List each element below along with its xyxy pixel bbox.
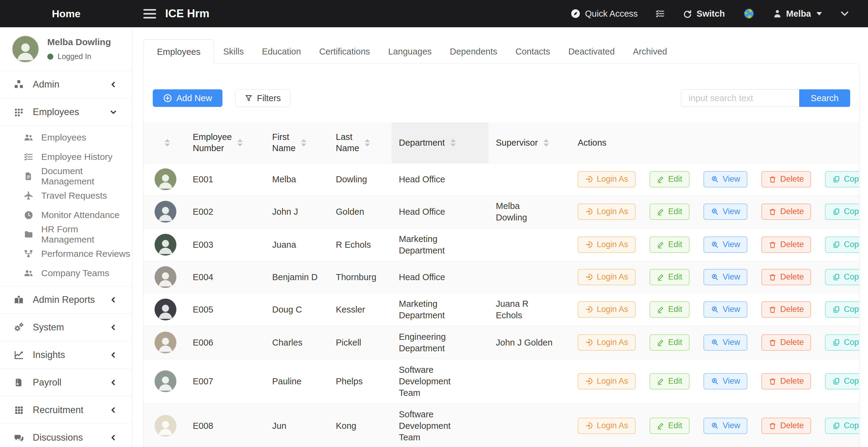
sidebar-subitem-travel-requests[interactable]: Travel Requests <box>0 186 132 205</box>
delete-button[interactable]: Delete <box>761 301 811 318</box>
copy-button[interactable]: Copy <box>825 418 860 434</box>
column-header-employee-number[interactable]: Employee Number <box>185 122 265 163</box>
copy-button[interactable]: Copy <box>825 334 860 351</box>
caret-down-icon <box>816 12 822 15</box>
copy-button[interactable]: Copy <box>825 301 860 318</box>
column-header-supervisor[interactable]: Supervisor <box>489 122 570 163</box>
copy-button[interactable]: Copy <box>825 204 860 220</box>
employee-avatar <box>155 168 176 190</box>
sidebar-item-system[interactable]: System <box>0 314 132 341</box>
sort-icon <box>544 139 549 146</box>
delete-button[interactable]: Delete <box>761 334 811 351</box>
edit-button[interactable]: Edit <box>650 418 690 434</box>
sidebar-subitem-performance-reviews[interactable]: Performance Reviews <box>0 244 132 264</box>
edit-button[interactable]: Edit <box>650 171 690 187</box>
hamburger-menu-icon[interactable] <box>143 9 156 19</box>
sidebar-subitem-document-management[interactable]: Document Management <box>0 167 132 186</box>
sidebar-subitem-hr-form-management[interactable]: HR Form Management <box>0 225 132 244</box>
navbar-collapse-button[interactable] <box>839 8 850 19</box>
sidebar-item-employees[interactable]: Employees <box>0 98 132 126</box>
edit-button[interactable]: Edit <box>650 269 690 285</box>
view-button[interactable]: View <box>704 301 747 318</box>
quick-access-button[interactable]: Quick Access <box>570 8 638 19</box>
login-icon <box>585 305 593 313</box>
view-button[interactable]: View <box>704 171 747 187</box>
edit-button[interactable]: Edit <box>650 237 690 253</box>
sidebar-subitem-monitor-attendance[interactable]: Monitor Attendance <box>0 205 132 225</box>
chevron-down-icon <box>107 108 120 116</box>
search-button[interactable]: Search <box>799 89 850 107</box>
nav-home-link[interactable]: Home <box>52 8 80 20</box>
language-globe-button[interactable] <box>743 7 755 20</box>
view-button[interactable]: View <box>704 373 747 389</box>
login-button[interactable]: Login As <box>578 301 636 318</box>
copy-button[interactable]: Copy <box>825 171 860 187</box>
view-button[interactable]: View <box>704 418 747 434</box>
tab-archived[interactable]: Archived <box>624 39 676 64</box>
edit-button[interactable]: Edit <box>650 334 690 351</box>
tab-languages[interactable]: Languages <box>379 39 441 64</box>
delete-button[interactable]: Delete <box>761 237 811 253</box>
submenu-employees: Employees Employee History Document Mana… <box>0 126 132 286</box>
tab-dependents[interactable]: Dependents <box>441 39 506 64</box>
sidebar-item-payroll[interactable]: Payroll <box>0 369 132 397</box>
app-title: ICE Hrm <box>165 7 210 20</box>
sidebar-item-discussions[interactable]: Discussions <box>0 424 132 447</box>
view-button[interactable]: View <box>704 237 747 253</box>
login-button[interactable]: Login As <box>578 171 636 187</box>
content-card: Add New Filters Search Employee NumberFi… <box>143 64 860 447</box>
first-name-cell: Doug C <box>265 293 329 326</box>
copy-button[interactable]: Copy <box>825 237 860 253</box>
login-icon <box>585 338 593 346</box>
delete-button[interactable]: Delete <box>761 418 811 434</box>
edit-button[interactable]: Edit <box>650 301 690 318</box>
sidebar-item-recruitment[interactable]: Recruitment <box>0 397 132 424</box>
column-header-first-name[interactable]: First Name <box>265 122 329 163</box>
login-button[interactable]: Login As <box>578 204 636 220</box>
login-button[interactable]: Login As <box>578 373 636 389</box>
tab-education[interactable]: Education <box>253 39 310 64</box>
filters-button[interactable]: Filters <box>235 89 290 107</box>
add-new-button[interactable]: Add New <box>153 89 222 107</box>
delete-button[interactable]: Delete <box>761 171 811 187</box>
delete-button[interactable]: Delete <box>761 269 811 285</box>
sidebar-subitem-employees[interactable]: Employees <box>0 128 132 147</box>
user-menu[interactable]: Melba <box>773 9 822 19</box>
edit-button[interactable]: Edit <box>650 204 690 220</box>
delete-button[interactable]: Delete <box>761 373 811 389</box>
main-content: EmployeesSkillsEducationCertificationsLa… <box>132 0 868 447</box>
sidebar-subitem-company-teams[interactable]: Company Teams <box>0 264 132 283</box>
table-header-row: Employee NumberFirst NameLast NameDepart… <box>144 122 859 163</box>
copy-button[interactable]: Copy <box>825 373 860 389</box>
tab-deactivated[interactable]: Deactivated <box>559 39 624 64</box>
view-button[interactable]: View <box>704 204 747 220</box>
sidebar-item-admin-reports[interactable]: Admin Reports <box>0 286 132 314</box>
view-button[interactable]: View <box>704 269 747 285</box>
edit-button[interactable]: Edit <box>650 373 690 389</box>
tab-employees[interactable]: Employees <box>143 39 214 64</box>
delete-button[interactable]: Delete <box>761 204 811 220</box>
edit-icon <box>657 175 664 183</box>
sidebar-subitem-employee-history[interactable]: Employee History <box>0 147 132 167</box>
department-cell: Head Office <box>392 195 489 228</box>
tab-contacts[interactable]: Contacts <box>506 39 559 64</box>
login-button[interactable]: Login As <box>578 418 636 434</box>
column-header-avatar[interactable] <box>144 122 185 163</box>
search-input[interactable] <box>681 89 799 107</box>
first-name-cell: John J <box>265 195 329 228</box>
sidebar-item-admin[interactable]: Admin <box>0 71 132 98</box>
login-button[interactable]: Login As <box>578 269 636 285</box>
tab-certifications[interactable]: Certifications <box>310 39 379 64</box>
tasks-button[interactable] <box>655 9 665 19</box>
column-header-department[interactable]: Department <box>392 122 489 163</box>
login-button[interactable]: Login As <box>578 334 636 351</box>
view-button[interactable]: View <box>704 334 747 351</box>
column-header-last-name[interactable]: Last Name <box>329 122 392 163</box>
first-name-cell: Juana <box>265 228 329 261</box>
login-button[interactable]: Login As <box>578 237 636 253</box>
switch-button[interactable]: Switch <box>683 9 725 19</box>
tab-skills[interactable]: Skills <box>214 39 253 64</box>
copy-button[interactable]: Copy <box>825 269 860 285</box>
supervisor-cell: Melba Dowling <box>489 195 570 228</box>
sidebar-item-insights[interactable]: Insights <box>0 341 132 369</box>
